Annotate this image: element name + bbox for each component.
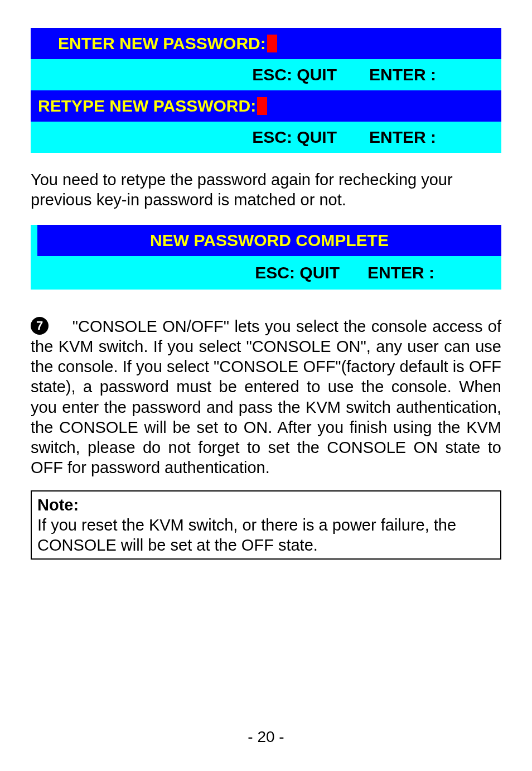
esc-enter-row-1: ESC: QUIT ENTER : (31, 59, 501, 90)
complete-row-wrapper: NEW PASSWORD COMPLETE (31, 225, 501, 256)
note-box: Note: If you reset the KVM switch, or th… (31, 490, 501, 560)
retype-new-password-row: RETYPE NEW PASSWORD: (31, 90, 501, 122)
cursor-icon (267, 35, 277, 52)
retype-instruction-text: You need to retype the password again fo… (31, 170, 501, 210)
retype-new-password-label: RETYPE NEW PASSWORD: (38, 97, 256, 115)
osd-box-complete: NEW PASSWORD COMPLETE ESC: QUIT ENTER : (31, 225, 501, 290)
enter-label-1: ENTER : (342, 65, 501, 84)
page-number: - 20 - (0, 728, 532, 746)
esc-quit-label-2: ESC: QUIT (31, 128, 342, 147)
section-7-paragraph: 7 "CONSOLE ON/OFF" lets you select the c… (31, 316, 501, 478)
osd-box-password-entry: ENTER NEW PASSWORD: ESC: QUIT ENTER : RE… (31, 28, 501, 153)
enter-new-password-row: ENTER NEW PASSWORD: (31, 28, 501, 59)
cursor-icon (257, 97, 267, 115)
bullet-7-icon: 7 (31, 317, 49, 335)
enter-label-2: ENTER : (342, 128, 501, 147)
note-label: Note: (37, 496, 79, 514)
esc-quit-label-3: ESC: QUIT (31, 263, 345, 282)
enter-label-3: ENTER : (345, 263, 501, 282)
enter-new-password-label: ENTER NEW PASSWORD: (58, 34, 266, 53)
note-text: If you reset the KVM switch, or there is… (37, 516, 456, 554)
new-password-complete-row: NEW PASSWORD COMPLETE (37, 225, 501, 256)
esc-enter-row-2: ESC: QUIT ENTER : (31, 122, 501, 153)
esc-quit-label-1: ESC: QUIT (31, 65, 342, 84)
section-7-text: "CONSOLE ON/OFF" lets you select the con… (31, 317, 501, 477)
esc-enter-row-3: ESC: QUIT ENTER : (31, 256, 501, 290)
